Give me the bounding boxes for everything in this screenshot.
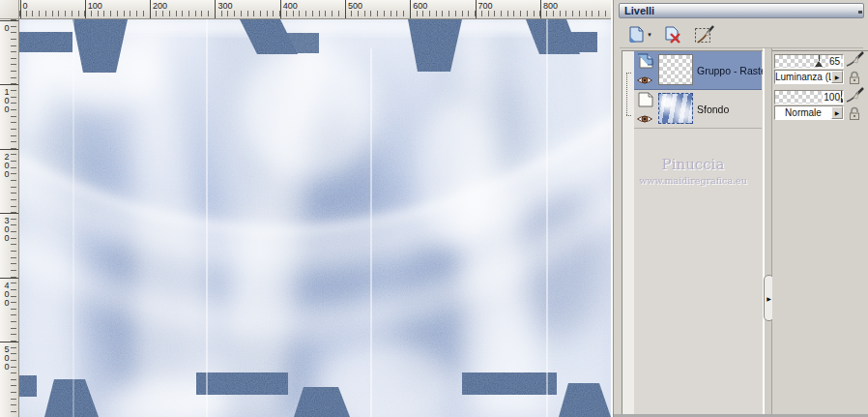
h-ruler-mark: 400: [280, 0, 281, 18]
blend-mode-dropdown-sfondo[interactable]: Normale ▶: [774, 105, 844, 120]
h-ruler-mark: 600: [410, 0, 411, 18]
background-layer-icon: [636, 92, 655, 107]
v-ruler-label: 200: [2, 152, 11, 178]
palette-toolbar: ▼: [620, 20, 863, 48]
layer-row-gruppo-raster-1[interactable]: Gruppo - Raster 1: [634, 51, 762, 90]
v-ruler-label: 300: [2, 216, 11, 242]
opacity-value: 65: [828, 55, 841, 68]
v-ruler-label: 100: [2, 87, 11, 113]
h-ruler-mark: 200: [150, 0, 151, 18]
h-ruler-mark: 700: [476, 0, 477, 18]
layer-visibility-eye-icon[interactable]: [636, 73, 653, 84]
blend-mode-value: Luminanza (L): [775, 72, 831, 82]
raster-group-layer-icon: [636, 53, 655, 69]
lock-transparency-icon[interactable]: [847, 105, 862, 125]
blend-mode-value: Normale: [775, 107, 831, 118]
edit-selection-button[interactable]: [691, 23, 718, 46]
group-indicator-column: [622, 51, 634, 414]
v-ruler-label: 400: [2, 281, 11, 307]
splitter-arrow-icon: ▶: [767, 295, 771, 302]
new-layer-icon: [625, 26, 645, 44]
watermark-url: www.maidiregrafica.eu: [622, 175, 764, 186]
h-ruler-label: 300: [217, 1, 232, 11]
layer-thumbnail-image[interactable]: [658, 93, 693, 124]
h-ruler-label: 400: [283, 1, 298, 11]
palette-title: Livelli: [624, 5, 654, 16]
layer-group-bracket-stub: [626, 73, 631, 74]
layers-palette: Livelli ▼: [613, 0, 868, 417]
palette-splitter[interactable]: ▶: [763, 48, 772, 414]
v-ruler-mark: 300: [0, 213, 18, 214]
v-ruler-mark: 400: [0, 278, 18, 279]
blend-mode-arrow-button[interactable]: ▶: [831, 71, 843, 83]
h-ruler-mark: 500: [345, 0, 346, 18]
horizontal-ruler-ticks: [19, 11, 615, 16]
h-ruler-mark: 300: [215, 0, 216, 18]
h-ruler-label: 600: [413, 1, 427, 11]
h-ruler-mark: 100: [85, 0, 86, 18]
new-layer-dropdown-caret[interactable]: ▼: [647, 32, 652, 38]
v-ruler-label: 0: [2, 23, 11, 32]
h-ruler-label: 100: [88, 1, 102, 11]
new-layer-button[interactable]: ▼: [623, 23, 654, 46]
layer-properties-panel: 65 Luminanza (L) ▶: [772, 50, 868, 414]
v-ruler-mark: 500: [0, 342, 18, 343]
h-ruler-label: 500: [348, 1, 362, 11]
palette-titlebar[interactable]: Livelli: [619, 3, 864, 18]
app-window: 0 100 200 300 400 500 600 700 800 0 100 …: [0, 0, 868, 417]
h-ruler-mark: 0: [20, 0, 21, 18]
h-ruler-mark: 800: [540, 0, 541, 18]
delete-layer-button[interactable]: [660, 23, 685, 46]
vertical-ruler[interactable]: 0 100 200 300 400 500: [0, 19, 19, 417]
v-ruler-mark: 0: [0, 20, 18, 21]
layer-list: Gruppo - Raster 1 Sfond: [622, 50, 763, 414]
h-ruler-label: 0: [23, 1, 28, 11]
h-ruler-label: 700: [478, 1, 493, 11]
opacity-value: 100: [823, 91, 841, 104]
layer-visibility-eye-icon[interactable]: [636, 111, 653, 123]
lock-transparency-icon[interactable]: [847, 70, 862, 89]
layer-group-bracket: [626, 73, 627, 115]
opacity-slider-sfondo[interactable]: 100: [774, 90, 844, 104]
edit-selection-icon: [694, 25, 715, 45]
layer-name[interactable]: Sfondo: [697, 90, 729, 128]
v-ruler-mark: 200: [0, 149, 18, 150]
v-ruler-label: 500: [2, 344, 11, 371]
layer-group-bracket-stub: [626, 115, 631, 116]
blue-abstract-artwork: [19, 19, 611, 417]
blend-mode-arrow-button[interactable]: ▶: [831, 106, 843, 119]
h-ruler-label: 800: [543, 1, 558, 11]
watermark-name: Pinuccia: [622, 156, 764, 173]
opacity-slider-raster1[interactable]: 65: [774, 54, 844, 69]
v-ruler-mark: 100: [0, 84, 18, 85]
blend-mode-dropdown-raster1[interactable]: Luminanza (L) ▶: [774, 70, 844, 84]
ruler-corner: [0, 0, 19, 19]
titlebar-edge-artifact: [858, 11, 862, 14]
opacity-slider-handle[interactable]: [815, 55, 824, 68]
canvas-image[interactable]: [19, 19, 611, 417]
layer-row-sfondo[interactable]: Sfondo: [634, 90, 762, 129]
horizontal-ruler[interactable]: 0 100 200 300 400 500 600 700 800: [19, 0, 615, 19]
layer-thumbnail-transparent[interactable]: [658, 54, 693, 85]
h-ruler-label: 200: [153, 1, 167, 11]
delete-layer-icon: [663, 26, 682, 44]
